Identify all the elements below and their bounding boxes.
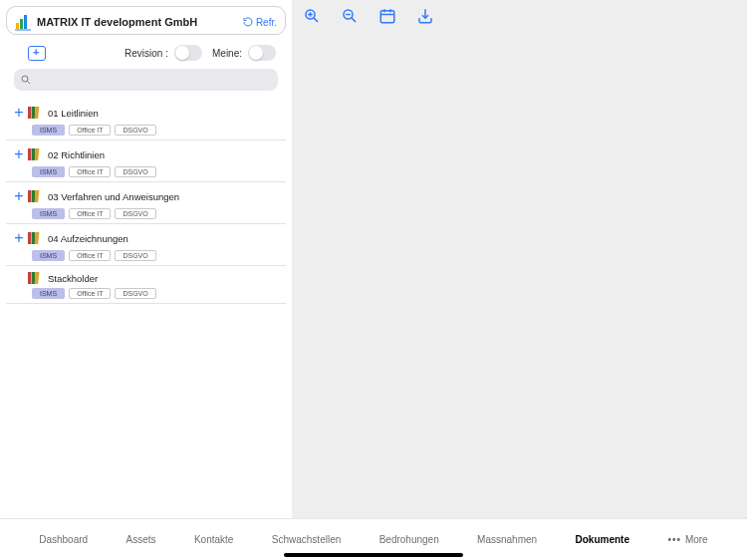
- org-logo-icon: [15, 13, 31, 31]
- tab-schwachstellen[interactable]: Schwachstellen: [272, 534, 341, 545]
- books-icon: [28, 147, 44, 161]
- tag-row: ISMSOffice ITDSGVO: [32, 166, 286, 177]
- expand-icon[interactable]: +: [12, 187, 26, 205]
- tag: DSGVO: [115, 166, 155, 177]
- revision-toggle[interactable]: [174, 45, 202, 61]
- tag: ISMS: [32, 288, 65, 299]
- tag: DSGVO: [115, 288, 155, 299]
- svg-line-5: [27, 81, 30, 84]
- tab-massnahmen[interactable]: Massnahmen: [477, 534, 537, 545]
- document-tree: +01 LeitlinienISMSOffice ITDSGVO+02 Rich…: [6, 99, 286, 304]
- tree-item[interactable]: +04 AufzeichnungenISMSOffice ITDSGVO: [6, 224, 286, 266]
- svg-line-22: [314, 18, 318, 22]
- svg-point-4: [22, 76, 28, 82]
- calendar-icon[interactable]: [377, 6, 397, 26]
- tag-row: ISMSOffice ITDSGVO: [32, 288, 286, 299]
- svg-rect-12: [28, 190, 32, 202]
- tag: Office IT: [69, 125, 111, 136]
- tree-item-label: 04 Aufzeichnungen: [48, 233, 128, 244]
- books-icon: [28, 106, 44, 120]
- svg-rect-0: [16, 23, 19, 29]
- tree-item[interactable]: +03 Verfahren und AnweisungenISMSOffice …: [6, 182, 286, 224]
- tag: Office IT: [69, 166, 111, 177]
- search-input[interactable]: [14, 69, 278, 91]
- refresh-button[interactable]: Refr.: [242, 16, 277, 28]
- tree-item[interactable]: +01 LeitlinienISMSOffice ITDSGVO: [6, 99, 286, 140]
- svg-rect-2: [24, 15, 27, 29]
- viewer-toolbar: [292, 0, 445, 32]
- more-label: More: [685, 534, 708, 545]
- books-icon: [28, 231, 44, 245]
- home-indicator: [284, 553, 463, 557]
- tag-row: ISMSOffice ITDSGVO: [32, 208, 286, 219]
- tag-row: ISMSOffice ITDSGVO: [32, 250, 286, 261]
- tag: ISMS: [32, 166, 65, 177]
- tab-more[interactable]: •••More: [667, 534, 707, 545]
- expand-icon[interactable]: +: [12, 145, 26, 163]
- tree-item-label: 01 Leitlinien: [48, 108, 99, 119]
- more-dots-icon: •••: [667, 534, 681, 545]
- document-viewer: [292, 0, 747, 518]
- tree-item-label: 02 Richtlinien: [48, 149, 105, 160]
- org-title: MATRIX IT development GmbH: [37, 16, 242, 28]
- tag: Office IT: [69, 250, 111, 261]
- tag: ISMS: [32, 208, 65, 219]
- refresh-label: Refr.: [256, 17, 277, 28]
- books-icon: [28, 189, 44, 203]
- svg-rect-28: [380, 11, 394, 23]
- zoom-in-icon[interactable]: [302, 6, 322, 26]
- search-container: [14, 69, 278, 91]
- tag: ISMS: [32, 125, 65, 136]
- download-icon[interactable]: [415, 6, 435, 26]
- tab-dashboard[interactable]: Dashboard: [39, 534, 88, 545]
- svg-rect-15: [28, 232, 32, 244]
- tag: DSGVO: [115, 250, 155, 261]
- svg-rect-1: [20, 19, 23, 29]
- svg-rect-6: [28, 107, 32, 119]
- sidebar: MATRIX IT development GmbH Refr. Revisio…: [0, 0, 292, 518]
- tag: DSGVO: [115, 125, 155, 136]
- org-header-card: MATRIX IT development GmbH Refr.: [6, 6, 286, 35]
- books-icon: [28, 271, 44, 285]
- tree-item-label: 03 Verfahren und Anweisungen: [48, 191, 179, 202]
- tab-bedrohungen[interactable]: Bedrohungen: [379, 534, 439, 545]
- tree-item[interactable]: +02 RichtlinienISMSOffice ITDSGVO: [6, 140, 286, 182]
- tag: ISMS: [32, 250, 65, 261]
- tag-row: ISMSOffice ITDSGVO: [32, 125, 286, 136]
- tag: Office IT: [69, 288, 111, 299]
- svg-line-26: [352, 18, 356, 22]
- sidebar-controls-row: Revision : Meine:: [6, 35, 286, 69]
- add-document-button[interactable]: [28, 46, 46, 61]
- tag: Office IT: [69, 208, 111, 219]
- svg-rect-9: [28, 148, 32, 160]
- revision-label: Revision :: [124, 48, 168, 59]
- svg-rect-3: [15, 30, 31, 31]
- tree-item[interactable]: StackholderISMSOffice ITDSGVO: [6, 266, 286, 304]
- tab-assets[interactable]: Assets: [126, 534, 156, 545]
- svg-rect-18: [28, 272, 32, 284]
- tab-dokumente[interactable]: Dokumente: [576, 534, 629, 545]
- expand-icon[interactable]: +: [12, 229, 26, 247]
- mine-toggle[interactable]: [248, 45, 276, 61]
- tag: DSGVO: [115, 208, 155, 219]
- mine-label: Meine:: [212, 48, 242, 59]
- tab-kontakte[interactable]: Kontakte: [194, 534, 233, 545]
- bottom-tabbar: DashboardAssetsKontakteSchwachstellenBed…: [0, 518, 747, 560]
- tree-item-label: Stackholder: [48, 273, 98, 284]
- zoom-out-icon[interactable]: [340, 6, 360, 26]
- expand-icon[interactable]: +: [12, 104, 26, 122]
